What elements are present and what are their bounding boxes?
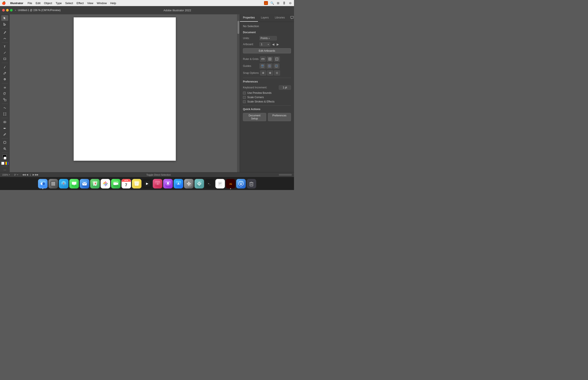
canvas-area[interactable] — [10, 14, 240, 172]
dock-downloads[interactable] — [236, 179, 246, 189]
document-setup-button[interactable]: Document Setup — [243, 113, 266, 121]
menu-effect[interactable]: Effect — [75, 1, 85, 5]
paintbrush-tool[interactable] — [1, 64, 8, 70]
blob-brush-tool[interactable] — [1, 76, 8, 82]
dock-sysprefs[interactable] — [184, 179, 194, 189]
units-select[interactable]: Points ▾ — [259, 36, 277, 40]
guides-show-btn[interactable] — [259, 63, 266, 69]
artboard-next-btn[interactable]: ▶ — [276, 42, 279, 46]
snap-pixel-btn[interactable] — [274, 70, 280, 76]
eraser-tool[interactable] — [1, 84, 8, 90]
dock-textedit[interactable] — [215, 179, 225, 189]
rotate-tool[interactable] — [1, 91, 8, 96]
control-center-icon[interactable]: 🎛 — [282, 1, 286, 5]
perspective-grid-icon-btn[interactable] — [274, 57, 280, 62]
color-swatch-area[interactable] — [1, 155, 8, 161]
dock-finder[interactable]: :) — [38, 179, 48, 189]
dock-notes[interactable] — [132, 179, 141, 189]
warp-tool[interactable] — [1, 105, 8, 111]
dock-trash[interactable] — [247, 179, 256, 189]
dock-facetime[interactable] — [111, 179, 121, 189]
dock-maps[interactable] — [90, 179, 100, 189]
dock-messages[interactable] — [69, 179, 79, 189]
scale-tool[interactable] — [1, 97, 8, 102]
dock-mail[interactable] — [80, 179, 89, 189]
tab-close-icon[interactable]: × — [15, 9, 16, 12]
artboard-last-btn[interactable]: ▶▶ — [35, 173, 39, 176]
grid-icon-btn[interactable] — [267, 57, 273, 62]
menu-window[interactable]: Window — [95, 1, 108, 5]
more-tools[interactable]: ··· — [0, 168, 9, 172]
rectangle-tool[interactable] — [1, 56, 8, 62]
snap-grid-btn[interactable] — [267, 70, 273, 76]
curvature-tool[interactable] — [1, 36, 8, 41]
tab-properties[interactable]: Properties — [240, 14, 258, 22]
gradient-tool[interactable] — [1, 125, 8, 131]
scale-strokes-checkbox[interactable] — [243, 100, 246, 103]
rotation-dropdown[interactable]: ▾ — [17, 173, 18, 176]
dock-music[interactable]: ♫ — [153, 179, 162, 189]
zoom-dropdown-arrow[interactable]: ▾ — [9, 173, 10, 176]
free-transform-tool[interactable] — [1, 111, 8, 117]
zoom-value[interactable]: 156% — [2, 173, 8, 176]
keyboard-increment-input[interactable]: 1 pt — [279, 85, 291, 90]
close-button[interactable] — [2, 9, 5, 12]
zoom-tool[interactable] — [1, 146, 8, 151]
pen-tool[interactable] — [1, 30, 8, 35]
menu-help[interactable]: Help — [108, 1, 118, 5]
dock-terminal[interactable]: >_ — [205, 179, 215, 189]
none-color[interactable] — [1, 162, 4, 165]
snap-point-btn[interactable] — [260, 70, 266, 76]
color-gradient[interactable] — [5, 162, 8, 165]
scrollbar-vertical[interactable] — [237, 14, 240, 172]
tab-title[interactable]: Untitled-1 @ 156 % (CMYK/Preview) — [18, 9, 60, 12]
artboard-prev-btn[interactable]: ◀ — [272, 42, 275, 46]
direct-selection-tool[interactable] — [1, 21, 8, 27]
statusbar-scroll-thumb[interactable] — [279, 174, 292, 176]
scale-corners-checkbox[interactable] — [243, 96, 246, 99]
menu-file[interactable]: File — [26, 1, 34, 5]
dock-calendar[interactable]: APR 7 — [121, 179, 131, 189]
dock-appletv[interactable]: ▶ — [142, 179, 152, 189]
preferences-button[interactable]: Preferences — [268, 113, 291, 121]
scrollbar-thumb-vertical[interactable] — [237, 21, 239, 34]
apple-menu[interactable]: 🍎 — [2, 1, 6, 5]
dock-appstore[interactable]: A — [174, 179, 183, 189]
dock-safari[interactable] — [59, 179, 68, 189]
ruler-icon-btn[interactable] — [260, 57, 266, 62]
menu-object[interactable]: Object — [42, 1, 54, 5]
eyedropper-tool[interactable] — [1, 132, 8, 137]
artboard-tool[interactable] — [1, 140, 8, 145]
guides-clear-btn[interactable] — [273, 63, 279, 69]
line-segment-tool[interactable] — [1, 50, 8, 56]
artboard-next-status-btn[interactable]: ▶ — [33, 173, 34, 176]
artboard-select[interactable]: 1 ▾ — [259, 42, 270, 46]
artboard-first-btn[interactable]: ◀◀ — [22, 173, 26, 176]
tab-layers[interactable]: Layers — [258, 14, 272, 22]
shape-builder-tool[interactable] — [1, 119, 8, 125]
artboard-prev-status-btn[interactable]: ◀ — [26, 173, 28, 176]
stroke-color[interactable] — [3, 156, 6, 160]
dock-launchpad[interactable] — [48, 179, 58, 189]
grid-icon[interactable]: ⊞ — [276, 1, 280, 5]
dock-illustrator[interactable]: Ai — [226, 179, 235, 189]
type-tool[interactable]: T — [1, 44, 8, 49]
minimize-button[interactable] — [6, 9, 9, 12]
selection-tool[interactable] — [1, 15, 8, 21]
pencil-tool[interactable] — [1, 70, 8, 76]
menu-edit[interactable]: Edit — [34, 1, 42, 5]
use-preview-bounds-checkbox[interactable] — [243, 92, 246, 95]
edit-artboards-button[interactable]: Edit Artboards — [243, 48, 291, 53]
dock-nordvpn[interactable]: N — [195, 179, 204, 189]
fullscreen-exit-icon[interactable]: ⊖ — [288, 1, 292, 5]
dock-podcasts[interactable] — [163, 179, 173, 189]
comment-icon[interactable] — [288, 14, 294, 22]
guides-lock-btn[interactable] — [266, 63, 273, 69]
menu-illustrator[interactable]: Illustrator — [8, 1, 25, 5]
spotlight-icon[interactable]: 🔍 — [270, 1, 274, 5]
maximize-button[interactable] — [10, 9, 13, 12]
dock-photos[interactable] — [101, 179, 110, 189]
menu-select[interactable]: Select — [63, 1, 75, 5]
menu-type[interactable]: Type — [54, 1, 63, 5]
tab-libraries[interactable]: Libraries — [272, 14, 288, 22]
